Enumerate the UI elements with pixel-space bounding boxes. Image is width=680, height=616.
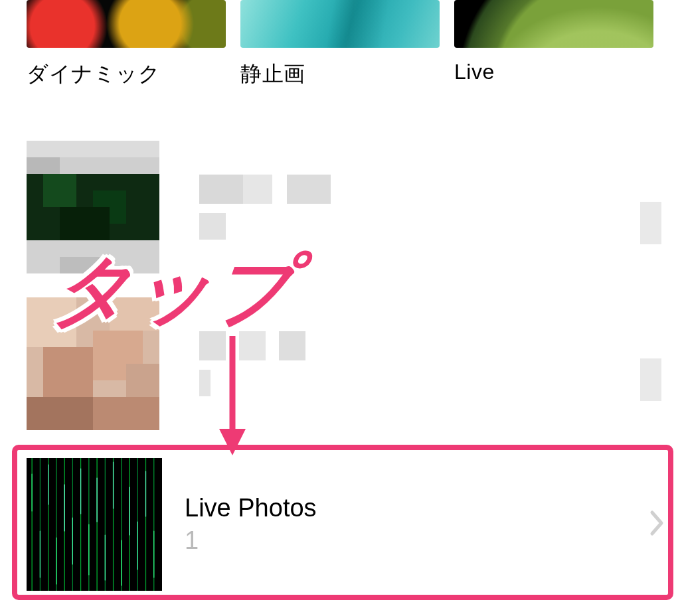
svg-rect-16 [27, 297, 76, 347]
svg-rect-10 [199, 175, 243, 204]
svg-rect-1 [27, 141, 159, 157]
wallpaper-thumb-still [240, 0, 440, 48]
svg-rect-22 [126, 364, 159, 397]
album-thumb-obscured [27, 297, 159, 430]
svg-rect-20 [27, 397, 93, 430]
album-title: Live Photos [185, 494, 317, 522]
svg-rect-4 [43, 174, 76, 207]
obscured-chevron [640, 202, 661, 244]
wallpaper-category-still[interactable]: 静止画 [240, 0, 440, 89]
svg-rect-11 [243, 175, 272, 204]
svg-rect-12 [287, 175, 331, 204]
wallpaper-thumb-dynamic [27, 0, 226, 48]
svg-rect-14 [199, 213, 226, 240]
svg-rect-25 [239, 331, 266, 360]
svg-rect-24 [199, 331, 226, 360]
svg-rect-6 [60, 207, 110, 240]
obscured-count [199, 370, 232, 396]
wallpaper-category-live[interactable]: Live [454, 0, 653, 89]
wallpaper-category-dynamic[interactable]: ダイナミック [27, 0, 226, 89]
svg-rect-2 [27, 157, 60, 174]
album-thumb-obscured [27, 141, 159, 273]
svg-rect-21 [93, 397, 159, 430]
svg-rect-28 [199, 370, 211, 396]
album-row-obscured[interactable] [0, 285, 680, 442]
album-list [0, 129, 680, 442]
svg-rect-18 [43, 347, 93, 397]
wallpaper-label: ダイナミック [27, 60, 226, 89]
svg-rect-29 [27, 458, 162, 591]
album-text-obscured [199, 175, 345, 240]
obscured-chevron [640, 358, 661, 401]
wallpaper-category-row: ダイナミック 静止画 Live [0, 0, 680, 89]
obscured-title [199, 175, 345, 204]
wallpaper-label: Live [454, 60, 653, 84]
album-count: 1 [185, 526, 317, 555]
wallpaper-thumb-live [454, 0, 653, 48]
svg-rect-26 [279, 331, 305, 360]
album-thumb-live-photos [27, 458, 162, 591]
obscured-count [199, 213, 239, 240]
svg-rect-8 [60, 257, 110, 273]
album-text: Live Photos 1 [185, 494, 317, 555]
obscured-title [199, 331, 332, 360]
album-text-obscured [199, 331, 332, 396]
album-row-obscured[interactable] [0, 129, 680, 285]
album-row-live-photos[interactable]: Live Photos 1 [27, 453, 680, 596]
svg-rect-17 [110, 297, 159, 331]
wallpaper-label: 静止画 [240, 60, 440, 89]
chevron-right-icon [649, 510, 665, 539]
